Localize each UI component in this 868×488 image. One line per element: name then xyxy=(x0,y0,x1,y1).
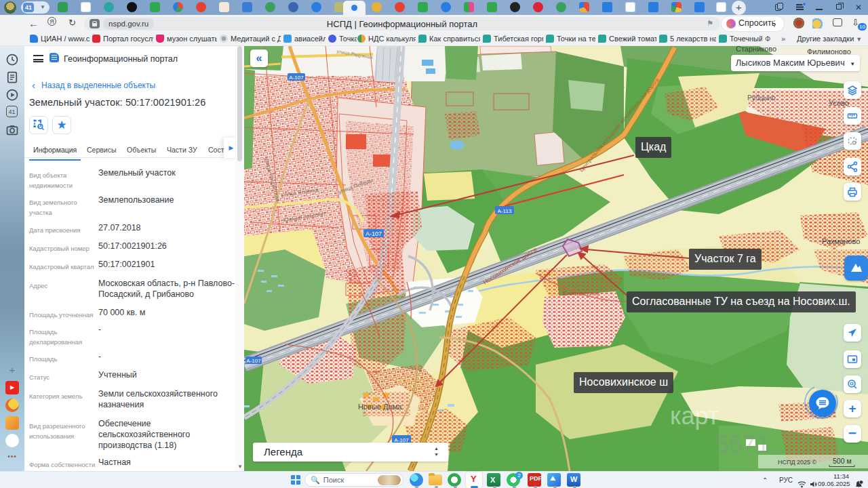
svg-text:Рахманово: Рахманово xyxy=(822,237,860,245)
svg-text:А-107: А-107 xyxy=(289,75,304,81)
svg-text:Усово: Усово xyxy=(829,99,849,107)
svg-text:Новые Дома: Новые Дома xyxy=(358,403,402,411)
svg-text:5671: 5671 xyxy=(715,430,770,458)
svg-text:А-107: А-107 xyxy=(366,230,382,237)
svg-text:500 м: 500 м xyxy=(833,457,852,465)
svg-text:карт: карт xyxy=(670,402,719,430)
svg-text:А-113: А-113 xyxy=(498,208,512,214)
svg-text:Старниково: Старниково xyxy=(736,46,776,53)
svg-text:НСПД 2025 ©: НСПД 2025 © xyxy=(778,459,817,466)
svg-text:Рубцыно: Рубцыно xyxy=(747,94,776,102)
svg-text:А-107: А-107 xyxy=(246,358,261,364)
svg-text:Елизаветино: Елизаветино xyxy=(563,290,599,297)
